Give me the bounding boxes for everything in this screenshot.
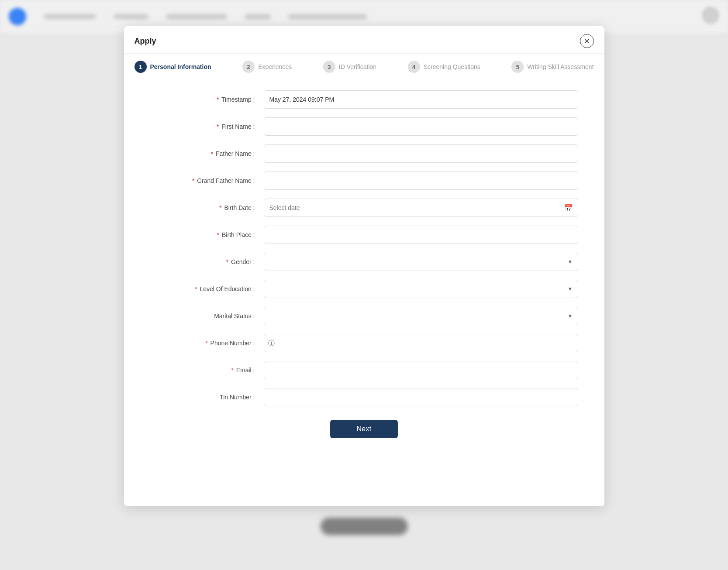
next-button[interactable]: Next	[330, 420, 397, 438]
step-connector-3-4	[380, 67, 404, 67]
birth-place-row: * Birth Place :	[150, 224, 578, 245]
bg-nav-3	[166, 14, 227, 19]
education-select-wrapper: High School Bachelor Master PhD ▼	[264, 280, 578, 298]
birth-date-label: * Birth Date :	[150, 204, 264, 211]
timestamp-row: * Timestamp :	[150, 89, 578, 110]
apply-modal: Apply ✕ 1 Personal Information 2 Experie…	[124, 26, 604, 506]
education-select[interactable]: High School Bachelor Master PhD	[264, 280, 578, 298]
birth-place-input[interactable]	[264, 226, 578, 244]
birth-date-input[interactable]	[264, 199, 578, 217]
father-name-row: * Father Name :	[150, 143, 578, 164]
step-connector-2-3	[295, 67, 320, 67]
step-label-3: ID Verification	[339, 63, 376, 70]
birth-date-wrapper: 📅	[264, 199, 578, 217]
bg-nav-2	[114, 14, 148, 19]
bg-nav-5	[288, 14, 367, 19]
email-label: * Email :	[150, 367, 264, 374]
birth-date-row: * Birth Date : 📅	[150, 197, 578, 218]
phone-row: * Phone Number : ⓘ	[150, 333, 578, 354]
marital-status-row: Marital Status : Single Married Divorced…	[150, 306, 578, 326]
step-connector-4-5	[484, 67, 508, 67]
marital-status-label: Marital Status :	[150, 312, 264, 319]
step-label-2: Experiences	[258, 63, 292, 70]
step-4: 4 Screening Questions	[408, 61, 480, 73]
grandfather-name-label: * Grand Father Name :	[150, 177, 264, 184]
step-label-5: Writing Skill Assessment	[527, 63, 593, 70]
step-5: 5 Writing Skill Assessment	[511, 61, 593, 73]
step-connector-1-2	[215, 67, 239, 67]
tin-row: Tin Number :	[150, 387, 578, 408]
step-circle-4: 4	[408, 61, 420, 73]
step-circle-2: 2	[242, 61, 255, 73]
education-row: * Level Of Education : High School Bache…	[150, 278, 578, 299]
bg-nav-1	[44, 14, 96, 19]
marital-status-select[interactable]: Single Married Divorced Widowed	[264, 307, 578, 325]
bg-nav-4	[245, 14, 271, 19]
birth-place-label: * Birth Place :	[150, 231, 264, 238]
father-name-input[interactable]	[264, 144, 578, 163]
phone-wrapper: ⓘ	[264, 334, 578, 352]
phone-label: * Phone Number :	[150, 340, 264, 347]
first-name-input[interactable]	[264, 117, 578, 136]
tin-input[interactable]	[264, 388, 578, 406]
gender-select-wrapper: Male Female ▼	[264, 253, 578, 271]
step-circle-3: 3	[323, 61, 335, 73]
first-name-row: * First Name :	[150, 116, 578, 137]
first-name-label: * First Name :	[150, 123, 264, 130]
personal-info-form: * Timestamp : * First Name : * Father Na…	[124, 80, 604, 447]
gender-select[interactable]: Male Female	[264, 253, 578, 271]
email-input[interactable]	[264, 361, 578, 379]
modal-header: Apply ✕	[124, 26, 604, 54]
button-container: Next	[150, 420, 578, 438]
step-label-4: Screening Questions	[424, 63, 480, 70]
bottom-bar	[321, 518, 408, 535]
step-2: 2 Experiences	[242, 61, 292, 73]
grandfather-name-input[interactable]	[264, 172, 578, 190]
tin-label: Tin Number :	[150, 394, 264, 401]
close-icon: ✕	[584, 37, 590, 45]
step-1: 1 Personal Information	[135, 61, 211, 73]
grandfather-name-row: * Grand Father Name :	[150, 170, 578, 191]
education-label: * Level Of Education :	[150, 285, 264, 292]
phone-input[interactable]	[264, 334, 578, 352]
bg-logo	[9, 8, 26, 25]
bg-avatar	[702, 7, 719, 24]
modal-title: Apply	[135, 37, 156, 46]
email-row: * Email :	[150, 360, 578, 381]
gender-label: * Gender :	[150, 258, 264, 265]
close-button[interactable]: ✕	[580, 34, 594, 48]
step-circle-5: 5	[511, 61, 524, 73]
timestamp-input[interactable]	[264, 90, 578, 109]
step-3: 3 ID Verification	[323, 61, 376, 73]
step-label-1: Personal Information	[150, 63, 211, 70]
step-circle-1: 1	[135, 61, 147, 73]
stepper: 1 Personal Information 2 Experiences 3 I…	[124, 54, 604, 80]
timestamp-label: * Timestamp :	[150, 96, 264, 103]
father-name-label: * Father Name :	[150, 150, 264, 157]
gender-row: * Gender : Male Female ▼	[150, 251, 578, 272]
marital-status-select-wrapper: Single Married Divorced Widowed ▼	[264, 307, 578, 325]
